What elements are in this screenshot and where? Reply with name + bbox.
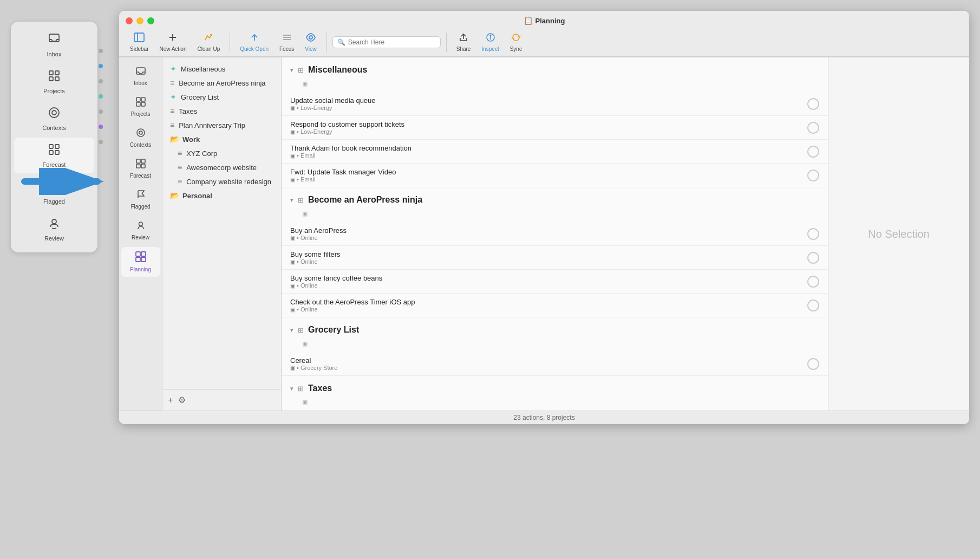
proj-sidebar-review-label: Review — [132, 235, 149, 240]
add-project-button[interactable]: + — [167, 394, 174, 406]
svg-rect-2 — [55, 71, 59, 75]
section-header-aeropress: ▾ ⊞ Become an AeroPress ninja — [282, 187, 828, 207]
task-context-buy-filters: ▣ • Online — [290, 258, 802, 265]
task-context-check-ios-app: ▣ • Online — [290, 306, 802, 313]
project-item-grocery[interactable]: ✦ Grocery List — [165, 90, 279, 104]
proj-sidebar-projects[interactable]: Projects — [121, 93, 160, 121]
task-item-thank-adam[interactable]: Thank Adam for book recommendation ▣ • E… — [282, 140, 828, 164]
grocery-chevron[interactable]: ▾ — [290, 327, 293, 334]
project-item-anniversary[interactable]: ≡ Plan Anniversary Trip — [165, 118, 279, 132]
task-context-text-6: • Online — [297, 258, 318, 265]
task-context-text-2: • Low-Energy — [297, 128, 332, 135]
app-window: 📋 Planning Sidebar — [119, 11, 969, 424]
taxes-icon: ≡ — [170, 107, 174, 115]
proj-sidebar-contexts[interactable]: Contexts — [121, 123, 160, 152]
sidebar-item-contexts[interactable]: Contexts — [14, 101, 94, 136]
task-checkbox-1[interactable] — [807, 98, 819, 110]
sidebar-button[interactable]: Sidebar — [126, 30, 153, 54]
quick-open-button[interactable]: Quick Open — [236, 30, 273, 54]
proj-sidebar-forecast[interactable]: Forecast — [121, 154, 160, 183]
project-folder-work[interactable]: 📂 Work — [165, 132, 279, 146]
svg-rect-8 — [55, 145, 59, 148]
status-bar: 23 actions, 8 projects — [119, 411, 969, 424]
new-action-button[interactable]: New Action — [155, 30, 191, 54]
task-checkbox-8[interactable] — [807, 300, 819, 311]
inspect-button[interactable]: Inspect — [477, 30, 503, 54]
focus-button[interactable]: Focus — [275, 30, 298, 54]
task-checkbox-6[interactable] — [807, 252, 819, 264]
proj-inbox-icon — [136, 67, 146, 79]
task-item-social-media[interactable]: Update social media queue ▣ • Low-Energy — [282, 92, 828, 116]
taxes-chevron[interactable]: ▾ — [290, 385, 293, 392]
title-bar: 📋 Planning Sidebar — [119, 11, 969, 57]
task-checkbox-9[interactable] — [807, 358, 819, 370]
task-item-check-ios-app[interactable]: Check out the AeroPress Timer iOS app ▣ … — [282, 294, 828, 317]
task-info-customer-support: Respond to customer support tickets ▣ • … — [290, 120, 802, 135]
close-button[interactable] — [126, 17, 133, 24]
aeropress-section-note: ▣ — [282, 207, 828, 222]
task-checkbox-4[interactable] — [807, 170, 819, 181]
sidebar-item-projects[interactable]: Projects — [14, 64, 94, 100]
project-item-miscellaneous[interactable]: ✦ Miscellaneous — [165, 62, 279, 76]
search-input[interactable] — [348, 38, 436, 46]
misc-chevron[interactable]: ▾ — [290, 67, 293, 74]
task-context-icon-6: ▣ — [290, 259, 295, 265]
window-controls — [126, 17, 154, 24]
task-item-buy-aeropress[interactable]: Buy an AeroPress ▣ • Online — [282, 222, 828, 246]
clean-up-button[interactable]: Clean Up — [193, 30, 225, 54]
project-folder-personal[interactable]: 📂 Personal — [165, 188, 279, 203]
task-name-buy-coffee: Buy some fancy coffee beans — [290, 274, 802, 282]
project-item-xyz[interactable]: ≡ XYZ Corp — [165, 146, 279, 160]
aeropress-section-icon: ⊞ — [298, 196, 304, 204]
aeropress-chevron[interactable]: ▾ — [290, 197, 293, 204]
proj-sidebar-planning[interactable]: Planning — [121, 247, 160, 277]
share-button[interactable]: Share — [452, 30, 475, 54]
task-info-thank-adam: Thank Adam for book recommendation ▣ • E… — [290, 144, 802, 159]
sidebar-item-review[interactable]: Review — [14, 211, 94, 247]
minimize-button[interactable] — [136, 17, 143, 24]
project-item-aeropress[interactable]: ≡ Become an AeroPress ninja — [165, 76, 279, 90]
misc-section-icon: ⊞ — [298, 66, 304, 74]
task-checkbox-5[interactable] — [807, 228, 819, 240]
maximize-button[interactable] — [147, 17, 154, 24]
sidebar-review-label: Review — [44, 235, 64, 242]
task-item-buy-filters[interactable]: Buy some filters ▣ • Online — [282, 246, 828, 270]
view-button[interactable]: View — [300, 30, 321, 54]
project-item-redesign[interactable]: ≡ Company website redesign — [165, 174, 279, 188]
search-bar[interactable]: 🔍 — [332, 36, 441, 48]
main-content: Inbox Projects — [119, 57, 969, 411]
svg-rect-26 — [136, 98, 140, 101]
settings-button[interactable]: ⚙ — [177, 394, 187, 406]
task-checkbox-3[interactable] — [807, 146, 819, 158]
sidebar-item-inbox[interactable]: Inbox — [14, 27, 94, 63]
svg-point-6 — [52, 110, 56, 115]
section-header-taxes: ▾ ⊞ Taxes — [282, 376, 828, 395]
svg-rect-3 — [49, 77, 53, 81]
sidebar-inbox-label: Inbox — [47, 51, 62, 57]
xyz-name: XYZ Corp — [186, 150, 217, 158]
sync-button[interactable]: Sync — [506, 30, 526, 54]
task-checkbox-2[interactable] — [807, 122, 819, 134]
svg-point-24 — [490, 35, 491, 36]
toolbar-separator-2 — [326, 32, 327, 52]
svg-point-5 — [49, 108, 59, 118]
task-item-cereal[interactable]: Cereal ▣ • Grocery Store — [282, 352, 828, 376]
task-checkbox-7[interactable] — [807, 276, 819, 288]
task-item-buy-coffee[interactable]: Buy some fancy coffee beans ▣ • Online — [282, 270, 828, 294]
task-name-buy-aeropress: Buy an AeroPress — [290, 226, 802, 235]
proj-sidebar-review[interactable]: Review — [121, 216, 160, 245]
misc-section-title: Miscellaneous — [308, 65, 367, 75]
proj-sidebar-flagged[interactable]: Flagged — [121, 185, 160, 214]
task-item-fwd-video[interactable]: Fwd: Update Task manager Video ▣ • Email — [282, 164, 828, 187]
task-name-buy-filters: Buy some filters — [290, 250, 802, 258]
inbox-icon — [48, 32, 61, 49]
work-folder-icon: 📂 — [170, 135, 179, 144]
project-item-awesomecorp[interactable]: ≡ Awesomecorp website — [165, 160, 279, 174]
proj-contexts-icon — [136, 128, 146, 140]
misc-name: Miscellaneous — [181, 65, 225, 73]
svg-rect-33 — [141, 159, 145, 163]
task-item-customer-support[interactable]: Respond to customer support tickets ▣ • … — [282, 116, 828, 140]
proj-sidebar-inbox[interactable]: Inbox — [121, 63, 160, 90]
project-item-taxes[interactable]: ≡ Taxes — [165, 104, 279, 118]
task-context-cereal: ▣ • Grocery Store — [290, 365, 802, 371]
